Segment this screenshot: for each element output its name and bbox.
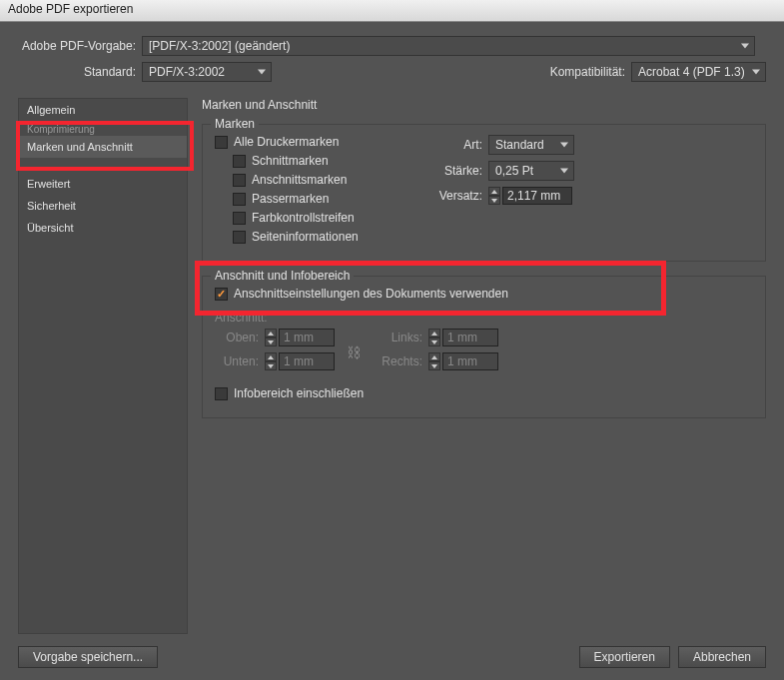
dialog-body: Adobe PDF-Vorgabe: [PDF/X-3:2002] (geänd…: [0, 22, 784, 680]
label-use-doc-bleed: Anschnittseinstellungen des Dokuments ve…: [234, 287, 508, 301]
label-page-info: Seiteninformationen: [252, 230, 359, 244]
check-reg-marks[interactable]: [233, 193, 246, 206]
footer: Vorgabe speichern... Exportieren Abbrech…: [18, 634, 766, 668]
marks-fieldset: Marken Alle Druckermarken Schnittmarken …: [202, 124, 766, 262]
bleed-section-label: Anschnitt:: [215, 311, 753, 325]
sidebar-item-sicherheit[interactable]: Sicherheit: [19, 195, 187, 217]
bleed-right-down-icon: [428, 361, 440, 370]
top-settings: Adobe PDF-Vorgabe: [PDF/X-3:2002] (geänd…: [18, 36, 766, 88]
bleed-left-input: [442, 329, 498, 346]
standard-dropdown[interactable]: PDF/X-3:2002: [142, 62, 272, 82]
label-include-slug: Infobereich einschließen: [234, 386, 364, 400]
check-crop-marks[interactable]: [233, 155, 246, 168]
bleed-bottom-down-icon: [265, 361, 277, 370]
window-title: Adobe PDF exportieren: [8, 2, 133, 16]
offset-up-icon[interactable]: [488, 187, 500, 196]
sidebar: Allgemein Komprimierung Marken und Ansch…: [18, 98, 188, 634]
cancel-button[interactable]: Abbrechen: [678, 646, 766, 668]
sidebar-item-allgemein[interactable]: Allgemein: [19, 99, 187, 121]
label-crop-marks: Schnittmarken: [252, 154, 329, 168]
sidebar-item-uebersicht[interactable]: Übersicht: [19, 217, 187, 239]
bleed-top-down-icon: [265, 338, 277, 346]
check-use-doc-bleed[interactable]: [215, 288, 228, 301]
preset-label: Adobe PDF-Vorgabe:: [18, 39, 136, 53]
bleed-right-up-icon: [428, 352, 440, 361]
bleed-bottom-input: [279, 352, 335, 370]
label-color-bars: Farbkontrollstreifen: [252, 211, 355, 225]
bleed-top-up-icon: [265, 329, 277, 338]
label-reg-marks: Passermarken: [252, 192, 329, 206]
check-all-marks[interactable]: [215, 136, 228, 149]
export-button[interactable]: Exportieren: [579, 646, 670, 668]
type-dropdown[interactable]: Standard: [488, 135, 574, 155]
weight-label: Stärke:: [424, 164, 482, 178]
compat-dropdown[interactable]: Acrobat 4 (PDF 1.3): [631, 62, 766, 82]
sidebar-item-marken[interactable]: Marken und Anschnitt: [19, 136, 187, 158]
label-bleed-marks: Anschnittsmarken: [252, 173, 347, 187]
window-titlebar: Adobe PDF exportieren: [0, 0, 784, 22]
panel-title: Marken und Anschnitt: [202, 98, 766, 112]
bleed-top-input: [279, 329, 335, 346]
bleed-bottom-up-icon: [265, 352, 277, 361]
bleed-right-input: [442, 352, 498, 370]
offset-down-icon[interactable]: [488, 196, 500, 205]
bleed-left-down-icon: [428, 338, 440, 346]
check-include-slug[interactable]: [215, 387, 228, 400]
check-bleed-marks[interactable]: [233, 174, 246, 187]
offset-label: Versatz:: [424, 189, 482, 203]
offset-input[interactable]: [502, 187, 572, 205]
save-preset-button[interactable]: Vorgabe speichern...: [18, 646, 158, 668]
check-page-info[interactable]: [233, 231, 246, 244]
content-panel: Marken und Anschnitt Marken Alle Drucker…: [188, 98, 766, 634]
sidebar-item-komprimierung[interactable]: Komprimierung: [19, 121, 187, 136]
bleed-bottom-label: Unten:: [215, 354, 259, 368]
sidebar-item-ausgabe[interactable]: Ausgabe: [19, 158, 187, 173]
link-icon: ⛓: [347, 339, 361, 366]
bleed-right-label: Rechts:: [373, 354, 422, 368]
preset-dropdown[interactable]: [PDF/X-3:2002] (geändert): [142, 36, 755, 56]
sidebar-item-erweitert[interactable]: Erweitert: [19, 173, 187, 195]
bleed-right-spinner: [428, 352, 498, 370]
bleed-bottom-spinner: [265, 352, 335, 370]
compat-label: Kompatibilität:: [550, 65, 625, 79]
bleed-left-label: Links:: [373, 331, 422, 344]
check-color-bars[interactable]: [233, 212, 246, 225]
bleed-top-label: Oben:: [215, 331, 259, 344]
offset-spinner[interactable]: [488, 187, 572, 205]
type-label: Art:: [424, 138, 482, 152]
weight-dropdown[interactable]: 0,25 Pt: [488, 161, 574, 181]
standard-label: Standard:: [18, 65, 136, 79]
marks-legend: Marken: [211, 117, 259, 131]
bleed-top-spinner: [265, 329, 335, 346]
bleed-legend: Anschnitt und Infobereich: [211, 269, 354, 283]
bleed-fieldset: Anschnitt und Infobereich Anschnittseins…: [202, 276, 766, 418]
bleed-left-up-icon: [428, 329, 440, 338]
label-all-marks: Alle Druckermarken: [234, 135, 339, 149]
bleed-left-spinner: [428, 329, 498, 346]
